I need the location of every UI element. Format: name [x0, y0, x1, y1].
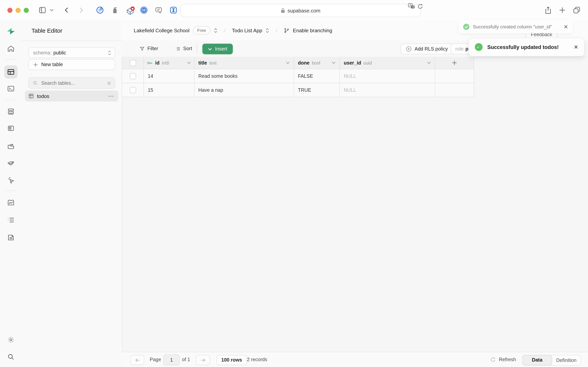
extension-icon-cleaner[interactable] [111, 6, 119, 14]
sidebar-item-sql-editor[interactable] [7, 85, 15, 92]
success-dot-icon [475, 43, 483, 51]
toast-message: Successfully created column "user_id" [473, 24, 552, 29]
cell-id[interactable]: 14 [144, 69, 194, 83]
filter-icon [140, 46, 145, 51]
column-menu-chevron-icon[interactable] [187, 61, 191, 64]
rail-divider [5, 59, 16, 59]
cell-user-id[interactable]: NULL [340, 83, 435, 97]
org-name[interactable]: Lakefield College School [134, 27, 189, 33]
rail-divider [5, 100, 16, 100]
sidebar-item-advisors[interactable] [7, 176, 15, 184]
toolbar-divider [197, 43, 197, 54]
column-menu-chevron-icon[interactable] [427, 61, 431, 64]
row-checkbox[interactable] [130, 87, 136, 93]
cell-title[interactable]: Have a nap [194, 83, 294, 97]
cell-user-id[interactable]: NULL [340, 69, 435, 83]
supabase-logo[interactable] [6, 27, 15, 35]
cell-done[interactable]: TRUE [294, 83, 340, 97]
minimize-window-button[interactable] [16, 8, 21, 13]
extension-icon-instapaper[interactable] [169, 6, 177, 14]
filter-button[interactable]: Filter [140, 41, 158, 57]
column-header-id: id int8 [144, 57, 194, 69]
new-table-button[interactable]: New table [28, 59, 115, 70]
breadcrumb-separator: / [276, 27, 278, 33]
table-list-item-todos[interactable]: todos ··· [25, 91, 118, 101]
grid-footer: Page of 1 100 rows 2 records Refresh Dat… [122, 352, 588, 367]
cell-title[interactable]: Read some books [194, 69, 294, 83]
sidebar-toggle-icon[interactable] [39, 6, 46, 14]
chevron-updown-icon[interactable] [214, 28, 217, 33]
share-icon[interactable] [545, 6, 552, 14]
add-column-header-cell [435, 57, 474, 69]
cell-id[interactable]: 15 [144, 83, 194, 97]
schema-label: schema: [33, 50, 51, 55]
table-row: 14 Read some books FALSE NULL [122, 69, 474, 83]
sidebar-item-logs[interactable] [7, 216, 15, 224]
page-title: Table Editor [32, 20, 62, 41]
page-of-label: of 1 [182, 357, 190, 362]
extension-icon-chat[interactable] [155, 6, 163, 14]
rail-divider [5, 191, 16, 191]
tab-overview-icon[interactable] [573, 6, 581, 14]
extension-icon-1password[interactable] [140, 6, 148, 14]
cell-done[interactable]: FALSE [294, 69, 340, 83]
column-header-title: title text [194, 57, 294, 69]
sort-tables-icon[interactable] [107, 81, 111, 85]
translate-icon[interactable]: A文 [408, 3, 415, 9]
sidebar-item-api-docs[interactable] [7, 234, 15, 242]
page-number-input[interactable] [163, 355, 180, 366]
add-column-icon[interactable] [452, 60, 457, 65]
sidebar-chevron-down-icon[interactable] [50, 8, 54, 12]
column-menu-chevron-icon[interactable] [286, 61, 290, 64]
row-checkbox[interactable] [130, 73, 136, 79]
rows-per-page-button[interactable]: 100 rows [217, 355, 247, 365]
url-bar[interactable]: supabase.com [180, 4, 421, 17]
grid-header-row: id int8 title text done bool user_id uui… [122, 57, 474, 69]
close-window-button[interactable] [7, 8, 12, 13]
extension-icon-timer[interactable] [96, 6, 104, 14]
insert-button[interactable]: Insert [202, 43, 233, 54]
table-options-menu[interactable]: ··· [108, 93, 114, 99]
project-name[interactable]: Todo List App [232, 27, 262, 33]
search-icon[interactable] [7, 353, 15, 361]
next-page-button[interactable] [196, 355, 210, 365]
cell-empty [435, 69, 474, 83]
sidebar-item-authentication[interactable] [7, 125, 15, 132]
column-header-done: done bool [294, 57, 340, 69]
toast-message: Successfully updated todos! [487, 44, 559, 50]
reload-icon[interactable] [417, 3, 423, 9]
browser-forward-button[interactable] [77, 6, 84, 14]
previous-page-button[interactable] [130, 355, 144, 365]
sidebar-item-realtime[interactable] [7, 159, 15, 167]
add-rls-policy-button[interactable]: Add RLS policy [401, 43, 453, 54]
new-tab-icon[interactable] [559, 6, 566, 14]
sidebar-item-table-editor[interactable] [4, 65, 17, 79]
settings-icon[interactable] [7, 336, 15, 344]
search-tables-input[interactable] [41, 80, 100, 86]
circled-plus-icon [406, 46, 412, 52]
url-text: supabase.com [287, 8, 320, 13]
sidebar-item-reports[interactable] [7, 199, 15, 206]
screen: supabase.com A文 [0, 0, 588, 367]
chevron-updown-icon[interactable] [266, 28, 269, 33]
select-all-checkbox[interactable] [130, 60, 136, 66]
extension-icon-package[interactable] [126, 6, 133, 14]
sidebar-item-storage[interactable] [7, 142, 15, 150]
tab-definition[interactable]: Definition [552, 358, 581, 363]
sidebar-item-database[interactable] [7, 108, 15, 116]
enable-branching-button[interactable]: Enable branching [293, 27, 332, 33]
tab-data[interactable]: Data [522, 355, 552, 365]
search-tables-field[interactable] [28, 77, 115, 89]
toast-close-icon[interactable]: ✕ [564, 24, 568, 30]
refresh-button[interactable]: Refresh [490, 352, 516, 367]
sort-button[interactable]: Sort [175, 41, 192, 57]
sidebar-item-home[interactable] [7, 45, 15, 52]
toast-close-icon[interactable]: ✕ [574, 44, 578, 50]
chevron-down-icon [208, 48, 212, 50]
record-count: 2 records [247, 357, 267, 362]
view-mode-toggle: Data Definition [522, 355, 581, 366]
browser-back-button[interactable] [63, 6, 70, 14]
zoom-window-button[interactable] [24, 8, 29, 13]
column-menu-chevron-icon[interactable] [332, 61, 336, 64]
schema-select[interactable]: schema: public [28, 47, 115, 58]
